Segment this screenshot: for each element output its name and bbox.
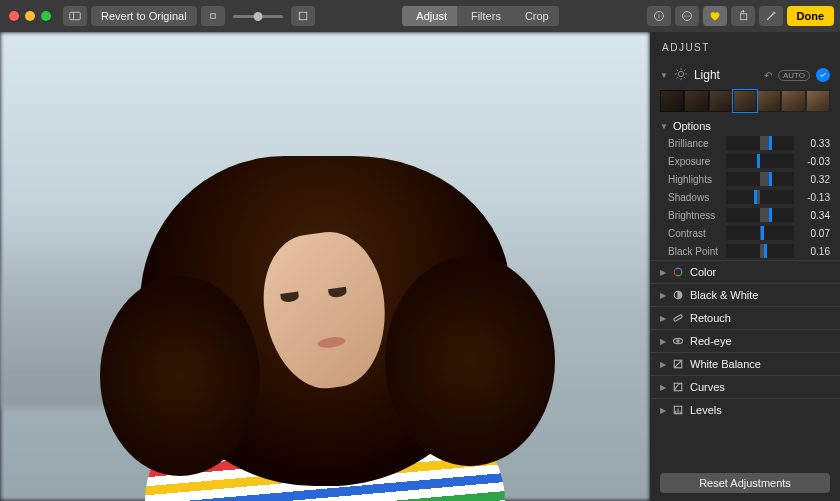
category-label: Black & White [690,289,758,301]
slider-value: 0.34 [800,210,830,221]
zoom-large-icon [297,10,309,22]
slider-value: 0.32 [800,174,830,185]
zoom-out-button[interactable] [201,6,225,26]
zoom-in-button[interactable] [291,6,315,26]
slider-track[interactable] [726,208,794,222]
close-window-button[interactable] [9,11,19,21]
reset-adjustments-button[interactable]: Reset Adjustments [660,473,830,493]
category-levels[interactable]: ▶Levels [650,398,840,421]
magic-wand-icon [765,10,777,22]
category-label: White Balance [690,358,761,370]
more-icon [681,10,693,22]
slider-value: -0.13 [800,192,830,203]
fullscreen-window-button[interactable] [41,11,51,21]
light-preset-4[interactable] [733,90,757,112]
info-button[interactable]: i [647,6,671,26]
chevron-right-icon: ▶ [660,360,666,369]
slider-value: 0.16 [800,246,830,257]
bandage-icon [672,312,684,324]
slider-track[interactable] [726,226,794,240]
adjust-panel: ADJUST ▼ Light ↶ AUTO ▼ Options Brillian… [650,32,840,501]
sidebar-toggle-button[interactable] [63,6,87,26]
category-curves[interactable]: ▶Curves [650,375,840,398]
zoom-slider[interactable] [233,15,283,18]
slider-label: Highlights [668,174,720,185]
info-icon: i [653,10,665,22]
chevron-right-icon: ▶ [660,337,666,346]
light-auto-button[interactable]: AUTO [778,70,810,81]
category-label: Levels [690,404,722,416]
tab-crop-label: Crop [525,10,549,22]
light-preset-5[interactable] [757,90,781,112]
light-preset-6[interactable] [781,90,805,112]
svg-text:i: i [658,13,659,19]
tab-filters[interactable]: Filters [457,6,511,26]
light-enabled-check[interactable] [816,68,830,82]
rotate-button[interactable] [731,6,755,26]
done-button[interactable]: Done [787,6,835,26]
light-preset-1[interactable] [660,90,684,112]
svg-rect-0 [70,12,81,20]
levels-icon [672,404,684,416]
sidebar-icon [69,10,81,22]
chevron-right-icon: ▶ [660,268,666,277]
favorite-button[interactable] [703,6,727,26]
slider-row-brilliance: Brilliance0.33 [650,134,840,152]
options-disclosure[interactable]: ▼ [660,122,668,131]
category-red-eye[interactable]: ▶Red-eye [650,329,840,352]
light-undo-button[interactable]: ↶ [764,70,772,81]
bw-circle-icon [672,289,684,301]
slider-label: Exposure [668,156,720,167]
enhance-button[interactable] [759,6,783,26]
tab-crop[interactable]: Crop [511,6,559,26]
svg-point-21 [688,15,689,16]
category-label: Red-eye [690,335,732,347]
chevron-right-icon: ▶ [660,314,666,323]
light-preset-7[interactable] [806,90,830,112]
svg-line-34 [677,77,678,78]
slider-track[interactable] [726,190,794,204]
slider-row-black-point: Black Point0.16 [650,242,840,260]
svg-point-20 [686,15,687,16]
svg-point-27 [678,71,683,76]
options-header[interactable]: ▼ Options [650,118,840,134]
svg-rect-40 [673,314,682,321]
category-retouch[interactable]: ▶Retouch [650,306,840,329]
slider-row-highlights: Highlights0.32 [650,170,840,188]
slider-value: -0.03 [800,156,830,167]
slider-row-contrast: Contrast0.07 [650,224,840,242]
svg-point-42 [677,340,679,342]
svg-line-33 [684,77,685,78]
tab-adjust[interactable]: Adjust [402,6,457,26]
slider-track[interactable] [726,244,794,258]
revert-button[interactable]: Revert to Original [91,6,197,26]
slider-value: 0.07 [800,228,830,239]
slider-value: 0.33 [800,138,830,149]
light-icon [674,67,688,83]
slider-track[interactable] [726,172,794,186]
category-color[interactable]: ▶Color [650,260,840,283]
slider-track[interactable] [726,154,794,168]
light-disclosure[interactable]: ▼ [660,71,668,80]
light-label: Light [694,68,758,82]
slider-track[interactable] [726,136,794,150]
photo-canvas[interactable] [0,32,650,501]
main-area: ADJUST ▼ Light ↶ AUTO ▼ Options Brillian… [0,32,840,501]
category-black-white[interactable]: ▶Black & White [650,283,840,306]
light-preset-3[interactable] [709,90,733,112]
svg-line-32 [677,70,678,71]
light-preset-2[interactable] [684,90,708,112]
options-label: Options [673,120,711,132]
slider-label: Contrast [668,228,720,239]
svg-rect-22 [740,14,746,20]
slider-row-brightness: Brightness0.34 [650,206,840,224]
toolbar: Revert to Original Adjust Filters Crop i [0,0,840,32]
minimize-window-button[interactable] [25,11,35,21]
svg-rect-2 [210,14,215,19]
category-white-balance[interactable]: ▶White Balance [650,352,840,375]
slider-label: Brilliance [668,138,720,149]
more-button[interactable] [675,6,699,26]
light-section-header: ▼ Light ↶ AUTO [650,61,840,87]
chevron-right-icon: ▶ [660,291,666,300]
slider-label: Shadows [668,192,720,203]
